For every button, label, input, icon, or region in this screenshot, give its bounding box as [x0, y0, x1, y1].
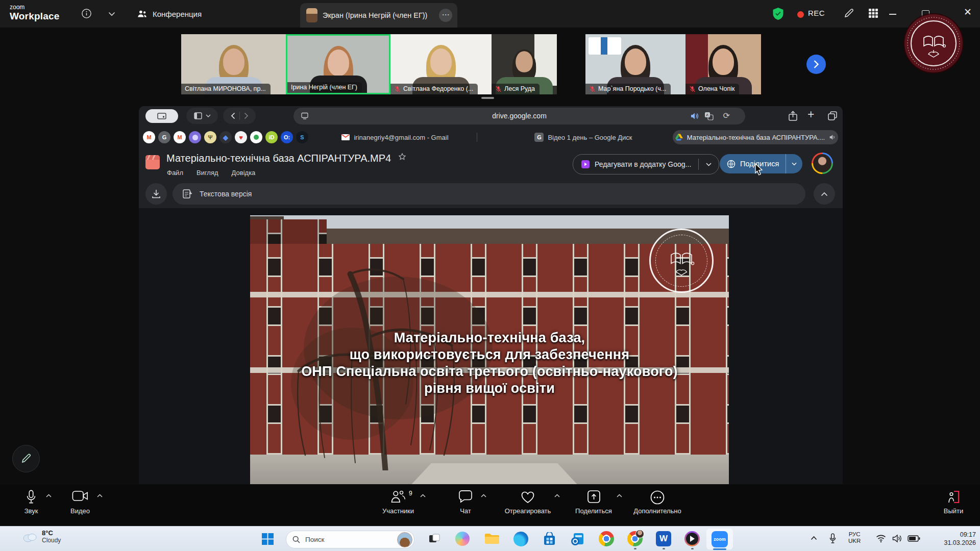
search-highlight-image[interactable]: [397, 532, 412, 547]
tab-overview-icon[interactable]: [828, 111, 837, 120]
chrome-button[interactable]: [597, 530, 616, 548]
text-version-bar[interactable]: Текстова версія: [173, 183, 805, 205]
s-bookmark-icon[interactable]: S: [296, 131, 308, 143]
edit-in-app-button[interactable]: Редагувати в додатку Goog...: [573, 154, 719, 174]
url-text[interactable]: drive.google.com: [293, 112, 745, 120]
chat-button[interactable]: Чат: [445, 485, 486, 526]
menu-help[interactable]: Довідка: [232, 169, 256, 177]
share-page-icon[interactable]: [788, 111, 798, 121]
info-icon[interactable]: [81, 8, 92, 19]
back-icon[interactable]: [231, 112, 235, 119]
gem-bookmark-icon[interactable]: ◆: [219, 131, 232, 143]
participant-video-5[interactable]: Мар`яна Породько (ч...: [585, 34, 685, 94]
presenting-indicator-button[interactable]: [145, 109, 178, 123]
apps-grid-icon[interactable]: [868, 8, 879, 19]
forward-icon[interactable]: [244, 112, 249, 119]
security-shield-icon[interactable]: [772, 7, 785, 20]
participants-options-chevron[interactable]: [420, 494, 426, 497]
share-options-chevron[interactable]: [617, 494, 622, 497]
participant-video-1[interactable]: Світлана МИРОНОВА, пр...: [181, 34, 286, 94]
zoom-app-button-active[interactable]: zoom: [706, 529, 733, 549]
tab-screen-share[interactable]: Экран (Ірина Негрій (член ЕГ)) ⋯: [300, 3, 457, 28]
store-icon: [543, 532, 556, 546]
add-shortcut-icon[interactable]: [398, 153, 406, 161]
media-player-button[interactable]: [683, 530, 701, 548]
download-button[interactable]: [145, 183, 167, 205]
language-indicator[interactable]: РУСUKR: [848, 531, 861, 544]
tab-options-icon[interactable]: ⋯: [439, 9, 452, 22]
participant-video-6[interactable]: Олена Чопік: [685, 34, 761, 94]
tab-gmail[interactable]: irinanegriy4@gmail.com - Gmail: [318, 130, 472, 144]
video-button[interactable]: Видео: [57, 485, 103, 526]
tray-expand-chevron[interactable]: [811, 536, 817, 540]
participant-video-3[interactable]: Світлана Федоренко (...: [390, 34, 492, 94]
participants-button[interactable]: 9 Участники: [370, 485, 426, 526]
orcid-bookmark-icon[interactable]: iD: [265, 131, 278, 143]
translate-icon[interactable]: A: [704, 112, 714, 120]
chrome-profile-button[interactable]: [626, 530, 644, 548]
next-participants-button[interactable]: [806, 55, 826, 74]
annotation-pencil-button[interactable]: [12, 445, 40, 472]
word-button[interactable]: W: [654, 530, 673, 548]
file-title[interactable]: Матеріально-технічна база АСПІРАНТУРА.MP…: [166, 153, 406, 164]
tab-audio-icon[interactable]: [690, 112, 698, 120]
audio-options-chevron[interactable]: [46, 494, 52, 497]
more-button[interactable]: Дополнительно: [627, 485, 688, 526]
edit-dropdown-icon[interactable]: [706, 163, 712, 166]
g-bookmark-icon[interactable]: G: [158, 131, 170, 143]
chevron-down-icon[interactable]: [108, 12, 115, 16]
avatar: [328, 49, 349, 76]
video-player-area[interactable]: Матеріально-технічна база, що використов…: [139, 208, 843, 484]
gmail-bookmark-icon[interactable]: M: [143, 131, 155, 143]
outlook-button[interactable]: [569, 530, 587, 548]
drive-header: Матеріально-технічна база АСПІРАНТУРА.MP…: [139, 150, 843, 181]
battery-icon[interactable]: [908, 535, 920, 542]
sidebar-toggle-button[interactable]: [186, 108, 218, 124]
video-options-chevron[interactable]: [97, 494, 103, 497]
strip-resize-handle[interactable]: [481, 97, 494, 99]
participant-video-4[interactable]: Леся Руда: [492, 34, 557, 94]
menu-file[interactable]: Файл: [167, 169, 183, 177]
collapse-button[interactable]: [814, 183, 835, 205]
store-button[interactable]: [540, 530, 558, 548]
react-options-chevron[interactable]: [554, 494, 560, 497]
address-bar[interactable]: drive.google.com A ⟳: [293, 108, 745, 124]
edge-button[interactable]: [511, 530, 530, 548]
tab-meeting-home[interactable]: Конференция: [137, 0, 202, 28]
gmail2-bookmark-icon[interactable]: M: [174, 131, 186, 143]
reload-icon[interactable]: ⟳: [723, 111, 730, 120]
heart-bookmark-icon[interactable]: ♥: [235, 131, 247, 143]
avatar: [223, 48, 244, 75]
dot-bookmark-icon[interactable]: [250, 131, 262, 143]
wifi-icon[interactable]: [876, 534, 886, 542]
o-bookmark-icon[interactable]: O:: [281, 131, 293, 143]
copilot-button[interactable]: [453, 530, 472, 548]
account-avatar[interactable]: [812, 153, 833, 174]
menu-view[interactable]: Вигляд: [197, 169, 218, 177]
participant-video-2-active-speaker[interactable]: Ірина Негрій (член ЕГ): [286, 34, 390, 94]
file-explorer-button[interactable]: [483, 530, 501, 548]
new-tab-icon[interactable]: +: [807, 108, 814, 121]
minimize-button[interactable]: [889, 14, 896, 15]
leave-button[interactable]: Выйти: [932, 485, 975, 526]
volume-icon[interactable]: [892, 534, 902, 543]
taskbar-search[interactable]: Поиск: [286, 531, 414, 548]
tab-video-active[interactable]: Матеріально-технічна база АСПІРАНТУРА...…: [673, 130, 838, 144]
close-button[interactable]: ✕: [964, 6, 972, 18]
annotate-pencil-icon[interactable]: [843, 8, 854, 19]
cloud-icon: [21, 531, 38, 543]
start-button[interactable]: [258, 530, 277, 548]
task-view-button[interactable]: [425, 530, 444, 548]
tab-drive-folder[interactable]: G Відео 1 день – Google Диск: [530, 130, 637, 144]
purple-bookmark-icon[interactable]: [189, 131, 201, 143]
tray-mic-icon[interactable]: [829, 533, 837, 544]
trident-bookmark-icon[interactable]: Ψ: [204, 131, 216, 143]
share-dropdown[interactable]: [786, 154, 802, 173]
chat-options-chevron[interactable]: [481, 494, 486, 497]
react-button[interactable]: Отреагировать: [494, 485, 561, 526]
weather-widget[interactable]: 8°C Cloudy: [21, 529, 61, 544]
clock-widget[interactable]: 09:17 31.03.2026: [925, 531, 976, 547]
share-screen-button[interactable]: Поделиться: [566, 485, 622, 526]
audio-button[interactable]: Звук: [9, 485, 53, 526]
video-frame[interactable]: Матеріально-технічна база, що використов…: [250, 215, 729, 484]
